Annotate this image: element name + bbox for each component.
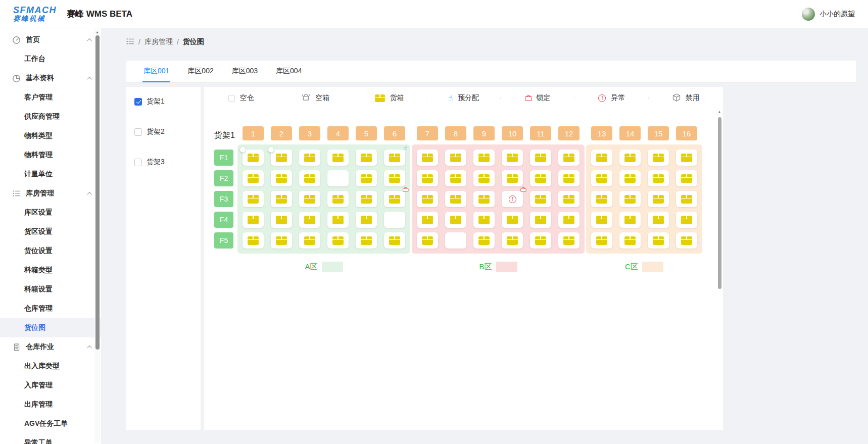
grid-cell[interactable] [473, 232, 495, 249]
sidebar-item-outbound-mgmt[interactable]: 出库管理 [0, 395, 101, 414]
grid-cell[interactable] [648, 191, 669, 207]
grid-cell[interactable] [619, 150, 641, 166]
grid-cell[interactable] [619, 212, 641, 228]
grid-cell[interactable] [299, 232, 320, 249]
grid-cell[interactable] [271, 212, 292, 228]
sidebar-scrollbar[interactable]: ▲ [94, 29, 100, 443]
grid-cell[interactable] [327, 212, 349, 228]
grid-cell[interactable] [558, 232, 580, 249]
grid-cell[interactable] [619, 191, 641, 207]
sidebar-item-agv-task[interactable]: AGV任务工单 [0, 414, 101, 433]
grid-cell[interactable] [473, 191, 495, 207]
grid-cell[interactable] [558, 150, 580, 166]
sidebar-item-measure-unit[interactable]: 计量单位 [0, 165, 101, 184]
tab-area-004[interactable]: 库区004 [275, 67, 303, 82]
grid-cell[interactable] [648, 170, 669, 186]
tab-area-001[interactable]: 库区001 [142, 67, 170, 82]
checkbox-icon[interactable] [134, 128, 142, 136]
sidebar-scrollbar-thumb[interactable] [95, 35, 100, 350]
grid-cell[interactable] [445, 232, 466, 249]
tab-area-002[interactable]: 库区002 [186, 67, 214, 82]
grid-cell[interactable] [243, 232, 264, 249]
grid-cell[interactable] [473, 212, 495, 228]
sidebar-item-exception-order[interactable]: 异常工单 [0, 433, 101, 444]
grid-cell[interactable] [445, 212, 466, 228]
grid-cell[interactable] [243, 191, 264, 207]
sidebar-item-material-mgmt[interactable]: 物料管理 [0, 145, 101, 165]
sidebar-item-material-type[interactable]: 物料类型 [0, 126, 101, 145]
grid-cell[interactable]: ☝ [384, 150, 405, 166]
grid-cell[interactable] [384, 191, 405, 207]
grid-cell[interactable] [356, 212, 377, 228]
grid-scrollbar[interactable]: ▲ [717, 110, 722, 428]
avatar[interactable] [802, 8, 815, 21]
shelf-checkbox-shelf-2[interactable]: 货架2 [134, 127, 192, 136]
user-menu[interactable]: 小小的愿望 [802, 8, 855, 21]
breadcrumb-item-parent[interactable]: 库房管理 [144, 37, 173, 46]
menu-list-icon[interactable] [126, 38, 134, 46]
grid-cell[interactable] [384, 212, 405, 228]
grid-cell[interactable] [445, 170, 466, 186]
shelf-checkbox-shelf-3[interactable]: 货架3 [134, 158, 192, 167]
grid-cell[interactable] [648, 150, 669, 166]
grid-cell[interactable] [502, 170, 523, 186]
grid-cell[interactable] [530, 191, 551, 207]
grid-cell[interactable] [327, 150, 349, 166]
grid-cell[interactable] [243, 150, 264, 166]
grid-cell[interactable] [271, 150, 292, 166]
tab-area-003[interactable]: 库区003 [231, 67, 259, 82]
grid-cell[interactable] [356, 150, 377, 166]
grid-cell[interactable] [502, 150, 523, 166]
grid-cell[interactable] [417, 150, 438, 166]
grid-cell[interactable] [619, 170, 641, 186]
grid-cell[interactable] [445, 150, 466, 166]
grid-cell[interactable] [591, 191, 612, 207]
grid-cell[interactable] [327, 232, 349, 249]
checkbox-icon[interactable] [134, 98, 142, 106]
sidebar-item-goods-area[interactable]: 货区设置 [0, 222, 101, 241]
grid-cell[interactable] [243, 212, 264, 228]
grid-cell[interactable] [502, 212, 523, 228]
grid-cell[interactable] [243, 170, 264, 186]
grid-cell[interactable]: ! [502, 191, 523, 207]
grid-cell[interactable] [591, 232, 612, 249]
grid-cell[interactable] [271, 170, 292, 186]
grid-cell[interactable] [417, 191, 438, 207]
grid-cell[interactable] [648, 232, 669, 249]
grid-cell[interactable] [591, 150, 612, 166]
checkbox-icon[interactable] [134, 159, 142, 166]
grid-cell[interactable] [384, 232, 405, 249]
sidebar-item-slot-map[interactable]: 货位图 [0, 318, 101, 337]
grid-cell[interactable] [676, 212, 697, 228]
sidebar-item-warehouse-ops[interactable]: 仓库作业 [0, 337, 101, 357]
sidebar-item-warehouse-mgmt[interactable]: 库房管理 [0, 184, 101, 203]
sidebar-item-goods-slot[interactable]: 货位设置 [0, 241, 101, 261]
grid-cell[interactable] [676, 232, 697, 249]
grid-cell[interactable] [648, 212, 669, 228]
sidebar-item-home[interactable]: 首页 [0, 30, 101, 50]
grid-cell[interactable] [356, 191, 377, 207]
sidebar-item-supplier-mgmt[interactable]: 供应商管理 [0, 107, 101, 126]
grid-cell[interactable] [676, 191, 697, 207]
grid-cell[interactable] [271, 232, 292, 249]
grid-cell[interactable] [356, 170, 377, 186]
grid-cell[interactable] [558, 170, 580, 186]
grid-cell[interactable] [327, 170, 349, 186]
sidebar-item-basic-data[interactable]: 基本资料 [0, 69, 101, 88]
grid-cell[interactable] [473, 170, 495, 186]
grid-cell[interactable] [299, 212, 320, 228]
grid-cell[interactable] [473, 150, 495, 166]
grid-cell[interactable] [502, 232, 523, 249]
sidebar-item-workbench[interactable]: 工作台 [0, 50, 101, 69]
grid-cell[interactable] [445, 191, 466, 207]
grid-cell[interactable] [299, 170, 320, 186]
sidebar-item-storehouse-mgmt[interactable]: 仓库管理 [0, 299, 101, 318]
grid-cell[interactable] [530, 212, 551, 228]
scroll-up-icon[interactable]: ▲ [94, 30, 100, 35]
grid-cell[interactable] [417, 232, 438, 249]
grid-cell[interactable] [327, 191, 349, 207]
grid-cell[interactable] [558, 191, 580, 207]
grid-cell[interactable] [299, 191, 320, 207]
grid-cell[interactable] [271, 191, 292, 207]
shelf-checkbox-shelf-1[interactable]: 货架1 [134, 97, 192, 106]
